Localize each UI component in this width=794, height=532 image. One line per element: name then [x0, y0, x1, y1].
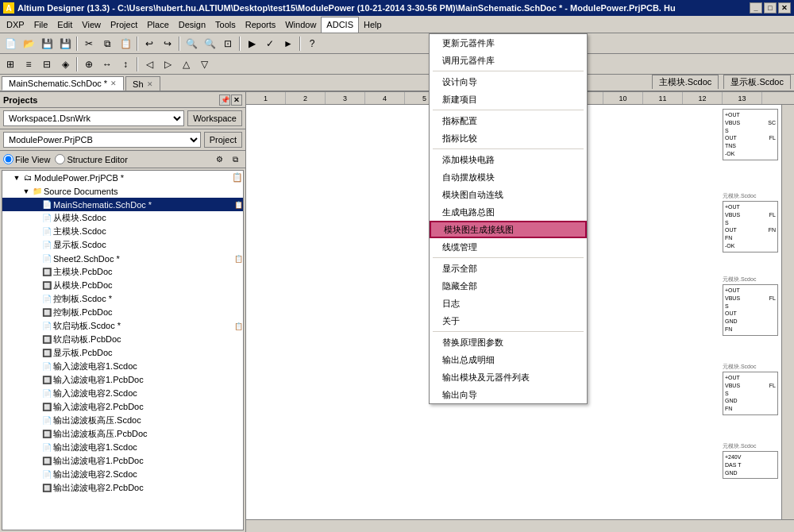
- menu-design[interactable]: Design: [174, 17, 210, 33]
- adcis-index-config[interactable]: 指标配置: [430, 112, 587, 129]
- toolbar2-btn7[interactable]: ↕: [117, 56, 134, 73]
- toolbar-new[interactable]: 📄: [2, 35, 19, 52]
- workspace-button[interactable]: Workspace: [187, 110, 242, 126]
- adcis-auto-wire[interactable]: 模块图自动连线: [430, 186, 587, 203]
- toolbar2-btn2[interactable]: ≡: [20, 56, 37, 73]
- adcis-design-wizard[interactable]: 设计向导: [430, 73, 587, 91]
- project-select[interactable]: ModulePower.PrjPCB: [3, 132, 201, 148]
- menu-window[interactable]: Window: [280, 17, 321, 33]
- toolbar-save[interactable]: 💾: [38, 35, 56, 52]
- toolbar2-btn3[interactable]: ⊟: [38, 56, 56, 73]
- toolbar-run[interactable]: ►: [279, 35, 297, 52]
- menu-tools[interactable]: Tools: [210, 17, 241, 33]
- tree-input-cap2-pcb[interactable]: 🔲 输入滤波电容2.PcbDoc: [2, 400, 243, 414]
- tree-out-cap1-pcb[interactable]: 🔲 输出滤波电容1.PcbDoc: [2, 454, 243, 468]
- tree-display-pcb[interactable]: 🔲 显示板.PcbDoc: [2, 346, 243, 360]
- adcis-output-wizard[interactable]: 输出向导: [430, 386, 587, 403]
- toolbar2-btn5[interactable]: ⊕: [80, 56, 98, 73]
- tree-root[interactable]: ▼ 🗂 ModulePower.PrjPCB * 📋: [2, 171, 243, 184]
- tree-out-high-sch[interactable]: 📄 输出滤波板高压.Scdoc: [2, 414, 243, 427]
- toolbar-redo[interactable]: ↪: [159, 35, 176, 52]
- structure-editor-input[interactable]: [55, 154, 65, 164]
- toolbar2-btn1[interactable]: ⊞: [2, 56, 19, 73]
- adcis-hide-all[interactable]: 隐藏全部: [430, 277, 587, 295]
- menu-reports[interactable]: Reports: [241, 17, 281, 33]
- toolbar-zoom-fit[interactable]: ⊡: [219, 35, 237, 52]
- file-view-radio[interactable]: File View: [3, 154, 50, 164]
- tab-main-schematic[interactable]: MainSchematic.SchDoc * ✕: [2, 76, 124, 91]
- adcis-gen-wiring[interactable]: 模块图生成接线图: [430, 221, 587, 238]
- toolbar-paste[interactable]: 📋: [117, 35, 134, 52]
- toolbar-validate[interactable]: ✓: [261, 35, 279, 52]
- panel-close[interactable]: ✕: [231, 94, 242, 106]
- toolbar2-btn11[interactable]: ▽: [195, 56, 213, 73]
- toolbar-compile[interactable]: ▶: [243, 35, 260, 52]
- toolbar-save-all[interactable]: 💾: [56, 35, 74, 52]
- toolbar-open[interactable]: 📂: [20, 35, 37, 52]
- menu-help[interactable]: Help: [359, 17, 387, 33]
- adcis-show-all[interactable]: 显示全部: [430, 260, 587, 277]
- toolbar-copy[interactable]: ⧉: [98, 35, 116, 52]
- toolbar2-btn4[interactable]: ◈: [56, 56, 74, 73]
- toolbar-zoom-in[interactable]: 🔍: [183, 35, 200, 52]
- tree-main-module[interactable]: 📄 主模块.Scdoc: [2, 225, 243, 238]
- adcis-cable-mgmt[interactable]: 线缆管理: [430, 238, 587, 256]
- horizontal-scrollbar[interactable]: [246, 519, 794, 532]
- adcis-output-module-list[interactable]: 输出模块及元器件列表: [430, 368, 587, 386]
- tree-from-pcb[interactable]: 🔲 从模块.PcbDoc: [2, 279, 243, 292]
- tree-input-cap1-sch[interactable]: 📄 输入滤波电容1.Scdoc: [2, 360, 243, 373]
- root-expand[interactable]: ▼: [12, 174, 21, 182]
- tab-main-module[interactable]: 主模块.Scdoc: [652, 75, 719, 89]
- tree-source-docs[interactable]: ▼ 📁 Source Documents: [2, 184, 243, 198]
- menu-view[interactable]: View: [77, 17, 106, 33]
- file-view-input[interactable]: [3, 154, 13, 164]
- menu-adcis[interactable]: ADCIS: [321, 17, 359, 33]
- adcis-add-module[interactable]: 添加模块电路: [430, 151, 587, 168]
- tab-sh[interactable]: Sh ✕: [125, 76, 160, 91]
- tree-from-module[interactable]: 📄 从模块.Scdoc: [2, 211, 243, 225]
- tree-soft-start-pcb[interactable]: 🔲 软启动板.PcbDoc: [2, 333, 243, 346]
- toolbar2-btn9[interactable]: ▷: [159, 56, 176, 73]
- menu-place[interactable]: Place: [142, 17, 174, 33]
- tree-refresh-btn[interactable]: ⧉: [228, 152, 242, 167]
- toolbar-cut[interactable]: ✂: [80, 35, 98, 52]
- toolbar-help[interactable]: ?: [303, 35, 321, 52]
- adcis-index-compare[interactable]: 指标比较: [430, 129, 587, 147]
- adcis-call-lib[interactable]: 调用元器件库: [430, 52, 587, 69]
- close-button[interactable]: ✕: [778, 2, 791, 13]
- tab-display-board[interactable]: 显示板.Scdoc: [723, 75, 791, 89]
- toolbar-zoom-out[interactable]: 🔍: [201, 35, 218, 52]
- tree-input-cap2-sch[interactable]: 📄 输入滤波电容2.Scdoc: [2, 387, 243, 400]
- tree-out-cap1-sch[interactable]: 📄 输出滤波电容1.Scdoc: [2, 441, 243, 454]
- tree-sheet2[interactable]: 📄 Sheet2.SchDoc * 📋: [2, 252, 243, 265]
- adcis-replace-params[interactable]: 替换原理图参数: [430, 333, 587, 351]
- adcis-about[interactable]: 关于: [430, 312, 587, 330]
- structure-editor-radio[interactable]: Structure Editor: [55, 154, 127, 164]
- tree-ctrl-pcb[interactable]: 🔲 控制板.PcbDoc: [2, 306, 243, 319]
- tab-close-sh[interactable]: ✕: [147, 80, 153, 88]
- toolbar2-btn6[interactable]: ↔: [98, 56, 116, 73]
- workspace-select[interactable]: Workspace1.DsnWrk: [3, 110, 184, 126]
- menu-dxp[interactable]: DXP: [2, 17, 29, 33]
- tree-out-cap2-pcb[interactable]: 🔲 输出滤波电容2.PcbDoc: [2, 481, 243, 495]
- tree-ctrl-sch[interactable]: 📄 控制板.Scdoc *: [2, 292, 243, 306]
- menu-project[interactable]: Project: [106, 17, 142, 33]
- tree-soft-start-sch[interactable]: 📄 软启动板.Scdoc * 📋: [2, 319, 243, 333]
- maximize-button[interactable]: □: [764, 2, 777, 13]
- tab-close-main[interactable]: ✕: [110, 79, 117, 87]
- tree-input-cap1-pcb[interactable]: 🔲 输入滤波电容1.PcbDoc: [2, 373, 243, 387]
- adcis-auto-place[interactable]: 自动摆放模块: [430, 168, 587, 186]
- toolbar-undo[interactable]: ↩: [141, 35, 158, 52]
- menu-edit[interactable]: Edit: [52, 17, 77, 33]
- tree-main-schematic[interactable]: 📄 MainSchematic.SchDoc * 📋: [2, 198, 243, 211]
- tree-config-btn[interactable]: ⚙: [212, 152, 226, 167]
- source-expand[interactable]: ▼: [21, 187, 31, 195]
- tree-display-board[interactable]: 📄 显示板.Scdoc: [2, 238, 243, 252]
- adcis-update-lib[interactable]: 更新元器件库: [430, 34, 587, 52]
- adcis-log[interactable]: 日志: [430, 295, 587, 312]
- file-tree[interactable]: ▼ 🗂 ModulePower.PrjPCB * 📋 ▼ 📁 Source Do…: [2, 170, 244, 530]
- adcis-new-project[interactable]: 新建项目: [430, 91, 587, 108]
- project-button[interactable]: Project: [204, 132, 242, 148]
- adcis-output-detail[interactable]: 输出总成明细: [430, 351, 587, 368]
- menu-file[interactable]: File: [29, 17, 53, 33]
